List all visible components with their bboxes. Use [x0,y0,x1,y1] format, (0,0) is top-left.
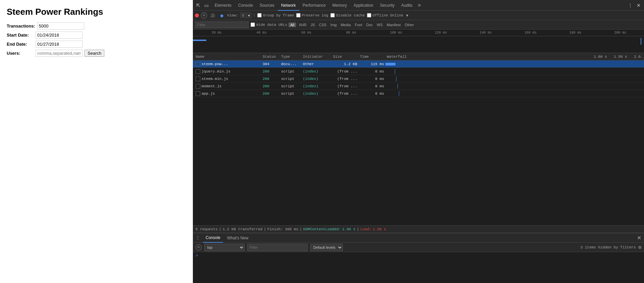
offline-checkbox[interactable] [367,13,371,17]
console-tab-bar: ⋮ Console What's New ✕ [193,233,644,243]
console-body[interactable]: > [193,252,644,283]
close-console-button[interactable]: ✕ [637,235,641,241]
tab-memory[interactable]: Memory [329,0,350,11]
cell-type-1: docu... [280,62,302,66]
console-more-icon[interactable]: ⋮ [196,235,200,241]
console-filter-input[interactable] [247,244,308,251]
col-name[interactable]: Name [194,55,261,59]
large-view-btn[interactable]: ■ [247,13,251,18]
tab-application[interactable]: Application [350,0,377,11]
filter-ws[interactable]: WS [375,22,384,27]
camera-icon[interactable]: 🎥 [209,13,217,18]
console-clear-icon[interactable]: ⌀ [196,244,202,250]
device-toolbar-icon[interactable]: ▭ [203,2,210,8]
tab-elements[interactable]: Elements [211,0,235,11]
console-context-select[interactable]: top [204,244,245,251]
end-date-label: End Date: [7,42,34,47]
row-checkbox-5[interactable] [196,91,200,96]
col-time[interactable]: Time [359,55,385,59]
cell-time-1: 115 ms [359,62,385,66]
list-view-btn[interactable]: ☰ [240,13,246,18]
hide-data-urls-checkbox[interactable] [251,22,255,27]
select-element-icon[interactable]: ⇱ [195,2,202,8]
console-settings-icon[interactable]: ⚙ [639,244,641,250]
cell-status-4: 200 [261,84,280,88]
cell-type-4: script [280,84,302,88]
transferred-size: 1.2 KB transferred [223,227,263,231]
ruler-200ms: 200 ms [598,31,643,35]
tab-network[interactable]: Network [278,0,299,11]
disable-cache-checkbox[interactable] [330,13,335,17]
cell-size-4: (from ... [332,84,359,88]
tab-performance[interactable]: Performance [299,0,329,11]
transactions-input[interactable] [37,22,84,30]
filter-media[interactable]: Media [339,22,352,27]
filter-xhr[interactable]: XHR [298,22,308,27]
table-row[interactable]: moment.js 200 script (index) (from ... 0… [193,83,644,90]
row-checkbox-4[interactable] [196,84,200,89]
filter-css[interactable]: CSS [318,22,328,27]
col-size[interactable]: Size [332,55,359,59]
group-by-frame-checkbox[interactable] [257,13,262,17]
tab-whats-new[interactable]: What's New [224,233,251,243]
filter-other[interactable]: Other [404,22,416,27]
transactions-row: Transactions: [7,22,186,30]
record-button[interactable] [195,13,199,17]
separator-1: | [253,13,255,17]
clear-button[interactable]: ⌀ [201,12,207,18]
cell-size-3: (from ... [332,77,359,81]
users-input[interactable] [36,50,83,57]
online-label: Online [390,13,404,17]
console-levels-select[interactable]: Default levels [310,244,343,251]
filter-font[interactable]: Font [354,22,364,27]
ruler-160ms: 160 ms [508,31,553,35]
group-by-frame-group: Group by frame [257,13,294,17]
cell-initiator-4: (index) [302,84,332,88]
tab-security[interactable]: Security [377,0,398,11]
end-date-input[interactable] [36,41,83,48]
more-tabs-icon[interactable]: » [416,2,423,8]
start-date-input[interactable] [36,32,83,39]
filter-doc[interactable]: Doc [365,22,374,27]
sep-pipe-2: | [264,227,266,231]
table-row[interactable]: steem-pow... 304 docu... Other 1.2 KB 11… [193,60,644,68]
tab-sources[interactable]: Sources [256,0,278,11]
offline-label: Offline [373,13,388,17]
filter-input[interactable] [195,21,249,28]
table-body: steem-pow... 304 docu... Other 1.2 KB 11… [193,60,644,225]
table-row[interactable]: app.js 200 script (index) (from ... 0 ms [193,90,644,97]
tab-console[interactable]: Console [235,0,256,11]
cell-waterfall-2 [385,68,643,75]
items-hidden-label: 3 items hidden by filters [581,245,636,249]
close-devtools-icon[interactable]: ✕ [635,2,642,8]
more-options-icon[interactable]: ⋮ [627,2,634,8]
preserve-log-group: Preserve log [296,13,328,17]
table-row[interactable]: jquery.min.js 200 script (index) (from .… [193,68,644,75]
tab-console-bottom[interactable]: Console [203,233,223,243]
timeline-ruler: 20 ms 40 ms 60 ms 80 ms 100 ms 120 ms 14… [193,30,644,36]
col-status[interactable]: Status [261,55,280,59]
users-row: Users: Search [7,50,186,57]
filter-all[interactable]: All [288,22,296,27]
filter-manifest[interactable]: Manifest [385,22,402,27]
col-initiator[interactable]: Initiator [302,55,332,59]
search-button[interactable]: Search [85,50,104,57]
page-title: Steem Power Rankings [7,7,186,17]
table-row[interactable]: steem.min.js 200 script (index) (from ..… [193,75,644,83]
filter-icon[interactable]: ◆ [219,12,225,18]
col-type[interactable]: Type [280,55,302,59]
view-label: View: [227,13,238,17]
cell-size-5: (from ... [332,92,359,96]
filter-js[interactable]: JS [309,22,316,27]
tab-audits[interactable]: Audits [398,0,416,11]
col-waterfall[interactable]: Waterfall [385,55,592,59]
filter-img[interactable]: Img [329,22,338,27]
cell-initiator-1: Other [302,62,332,66]
row-checkbox-1[interactable] [196,62,200,66]
requests-count: 5 requests [196,227,218,231]
network-conditions-dropdown[interactable]: ▼ [405,13,409,17]
row-checkbox-3[interactable] [196,77,200,81]
row-checkbox-2[interactable] [196,69,200,74]
table-header: Name Status Type Initiator Size Time Wat… [193,53,644,60]
preserve-log-checkbox[interactable] [296,13,301,17]
